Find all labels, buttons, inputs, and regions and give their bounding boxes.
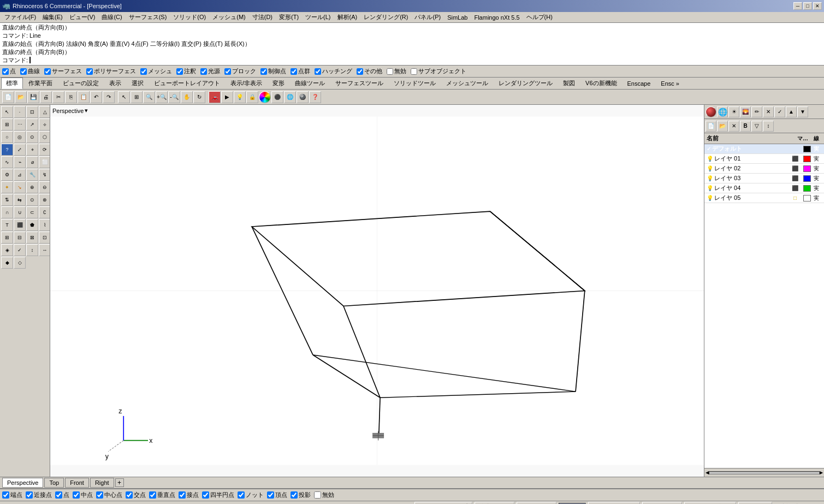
osnap-light[interactable]: 光源: [200, 67, 220, 75]
lt-btn-9[interactable]: ○: [1, 131, 13, 143]
tab-more[interactable]: Ensc »: [656, 79, 684, 88]
scroll-track[interactable]: [709, 471, 820, 475]
viewport-area[interactable]: Perspective ▾: [50, 105, 704, 477]
layer-row-03[interactable]: 💡 レイヤ 03 ⬛ 実: [704, 174, 824, 183]
menu-help[interactable]: ヘルプ(H): [523, 13, 556, 22]
menu-analyze[interactable]: 解析(A): [334, 13, 361, 22]
tab-display[interactable]: 表示: [104, 78, 126, 89]
rp-check-btn[interactable]: ✓: [774, 106, 785, 117]
tab-meshtools[interactable]: メッシュツール: [441, 78, 493, 89]
rp-env-btn[interactable]: 🌄: [740, 106, 751, 117]
lt-btn-16[interactable]: ⟳: [39, 144, 50, 156]
lt-btn-41[interactable]: ⊞: [1, 232, 13, 244]
menu-file[interactable]: ファイル(F): [1, 13, 39, 22]
lt-btn-20[interactable]: ⬜: [39, 156, 50, 168]
bo-nearpoint[interactable]: 近接点: [26, 491, 52, 499]
lt-btn-24[interactable]: ↯: [39, 169, 50, 181]
lt-btn-3[interactable]: ⊡: [26, 106, 38, 118]
bo-vertex[interactable]: 頂点: [267, 491, 287, 499]
maximize-button[interactable]: □: [803, 2, 812, 10]
osnap-polysurface[interactable]: ポリサーフェス: [86, 67, 136, 75]
tab-rendertools[interactable]: レンダリングツール: [494, 78, 558, 89]
menu-transform[interactable]: 変形(T): [276, 13, 302, 22]
select-objects-button[interactable]: ↖: [1, 106, 13, 118]
rp-x-btn[interactable]: ✕: [763, 106, 774, 117]
bo-knot[interactable]: ノット: [238, 491, 264, 499]
rp-sort-btn[interactable]: ↕: [763, 121, 774, 132]
open-button[interactable]: 📂: [15, 91, 27, 103]
lt-btn-35[interactable]: ⊂: [26, 206, 38, 218]
vp-tab-right[interactable]: Right: [90, 478, 114, 488]
lt-btn-46[interactable]: ✓: [14, 244, 26, 256]
gridsnap-button[interactable]: グリッドスナップ: [414, 502, 472, 504]
color-button[interactable]: [259, 91, 271, 103]
new-button[interactable]: 📄: [2, 91, 14, 103]
lt-btn-34[interactable]: ∪: [14, 206, 26, 218]
tab-surfacetools[interactable]: サーフェスツール: [330, 78, 388, 89]
zoom-in-button[interactable]: +🔍: [156, 91, 168, 103]
zoom-window-button[interactable]: 🔍: [143, 91, 155, 103]
zoom-out-button[interactable]: -🔍: [168, 91, 180, 103]
tab-curvetools[interactable]: 曲線ツール: [290, 78, 330, 89]
tab-workplane[interactable]: 作業平面: [23, 78, 57, 89]
lt-btn-32[interactable]: ⊗: [39, 194, 50, 206]
lt-btn-42[interactable]: ⊟: [14, 232, 26, 244]
rotate-button[interactable]: ↻: [193, 91, 205, 103]
tab-viewportlayout[interactable]: ビューポートレイアウト: [149, 78, 225, 89]
lt-btn-31[interactable]: ⊙: [26, 194, 38, 206]
lights-button[interactable]: 💡: [234, 91, 246, 103]
layer-row-05[interactable]: 💡 レイヤ 05 □ 実: [704, 193, 824, 203]
layer-color-03[interactable]: [803, 175, 811, 182]
menu-solid[interactable]: ソリッド(O): [170, 13, 209, 22]
lt-btn-40[interactable]: ⌇: [39, 219, 50, 231]
help-lt-button[interactable]: ?: [1, 144, 13, 156]
lt-btn-37[interactable]: T: [1, 219, 13, 231]
vp-tab-top[interactable]: Top: [44, 478, 64, 488]
menu-flamingo[interactable]: Flamingo nXt 5.5: [471, 14, 523, 21]
rp-sphere-btn[interactable]: [706, 106, 716, 117]
lt-btn-7[interactable]: ↗: [26, 118, 38, 131]
osnap-hatch[interactable]: ハッチング: [315, 67, 352, 75]
layer-row-02[interactable]: 💡 レイヤ 02 ⬛ 実: [704, 164, 824, 174]
bo-midpoint[interactable]: 中点: [73, 491, 93, 499]
layer-color-05[interactable]: [803, 195, 811, 201]
rp-down-btn[interactable]: ▼: [797, 106, 808, 117]
planar-button[interactable]: 平面モード: [517, 502, 556, 504]
vp-tab-front[interactable]: Front: [65, 478, 89, 488]
sphere-button[interactable]: ⚫: [271, 91, 283, 103]
rp-open-btn[interactable]: 📂: [717, 121, 728, 132]
lt-btn-38[interactable]: ⬛: [14, 219, 26, 231]
layer-color-default[interactable]: [803, 146, 811, 152]
bo-perpendicular[interactable]: 垂直点: [149, 491, 175, 499]
menu-surface[interactable]: サーフェス(S): [126, 13, 170, 22]
print-button[interactable]: 🖨: [40, 91, 52, 103]
rp-sun-btn[interactable]: ☀: [728, 106, 739, 117]
vp-tab-perspective[interactable]: Perspective: [2, 478, 43, 488]
rp-filter-btn[interactable]: ▽: [751, 121, 762, 132]
osnap-surface[interactable]: サーフェス: [44, 67, 82, 75]
ortho-button[interactable]: 直交モード: [475, 502, 514, 504]
filter-button[interactable]: フィルタ: [738, 502, 772, 504]
osnap-other[interactable]: その他: [357, 67, 382, 75]
copy-button[interactable]: ⎘: [65, 91, 77, 103]
osnap-mesh[interactable]: メッシュ: [140, 67, 172, 75]
osnap-disable[interactable]: 無効: [387, 67, 406, 75]
lt-btn-12[interactable]: ⬡: [39, 131, 50, 143]
tab-standard[interactable]: 標準: [1, 78, 23, 89]
cut-button[interactable]: ✂: [52, 91, 64, 103]
tab-solidtools[interactable]: ソリッドツール: [389, 78, 441, 89]
tab-select[interactable]: 選択: [127, 78, 149, 89]
rp-new-btn[interactable]: 📄: [706, 121, 716, 132]
titlebar-controls[interactable]: ─ □ ✕: [793, 2, 822, 10]
lt-btn-33[interactable]: ∩: [1, 206, 13, 218]
layer-row-default[interactable]: ✓ デフォルト 実: [704, 144, 824, 154]
lt-btn-50[interactable]: ◇: [14, 257, 26, 269]
menu-view[interactable]: ビュー(V): [66, 13, 99, 22]
lt-btn-10[interactable]: ◎: [14, 131, 26, 143]
lt-btn-8[interactable]: ⟡: [39, 118, 50, 131]
bo-tangent[interactable]: 接点: [179, 491, 199, 499]
menu-curve[interactable]: 曲線(C): [98, 13, 125, 22]
lt-btn-17[interactable]: ∿: [1, 156, 13, 168]
lt-btn-29[interactable]: ⇅: [1, 194, 13, 206]
osnap-subobject[interactable]: サブオブジェクト: [411, 67, 466, 75]
